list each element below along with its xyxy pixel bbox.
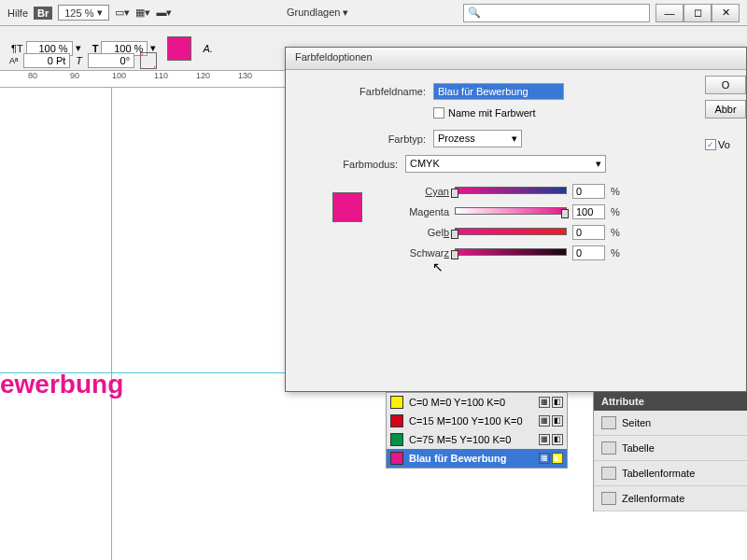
yellow-value-field[interactable]: 0 — [572, 225, 605, 240]
table-icon — [601, 441, 616, 455]
magenta-slider[interactable] — [455, 207, 567, 217]
view-icon-2[interactable]: ▦▾ — [135, 7, 150, 19]
swatch-row[interactable]: C=15 M=100 Y=100 K=0▦◧ — [387, 412, 567, 430]
search-input[interactable]: 🔍 — [463, 4, 650, 22]
cyan-value-field[interactable]: 0 — [572, 184, 605, 199]
fill-swatch[interactable] — [167, 36, 191, 61]
swatch-name-field[interactable]: Blau für Bewerbung — [433, 83, 564, 100]
cellformat-icon — [601, 492, 616, 505]
pages-icon — [601, 416, 616, 429]
swatch-options-dialog: Farbfeldoptionen Farbfeldname: Blau für … — [285, 47, 747, 392]
swatch-row[interactable]: C=0 M=0 Y=100 K=0▦◧ — [387, 393, 567, 412]
color-type-label: Farbtyp: — [332, 133, 426, 145]
swatch-row-selected[interactable]: Blau für Bewerbung▦◧ — [387, 449, 567, 468]
swatches-panel: C=0 M=0 Y=100 K=0▦◧ C=15 M=100 Y=100 K=0… — [386, 392, 568, 469]
magenta-label: Magenta — [398, 206, 449, 217]
panel-item-table[interactable]: Tabelle — [594, 436, 747, 461]
panel-header-attribute[interactable]: Attribute — [594, 392, 747, 411]
view-icon-1[interactable]: ▭▾ — [115, 7, 130, 19]
help-menu[interactable]: Hilfe — [7, 7, 28, 19]
cancel-button[interactable]: Abbr — [705, 100, 746, 119]
yellow-slider[interactable] — [455, 228, 567, 237]
black-value-field[interactable]: 0 — [572, 245, 605, 260]
preview-checkbox[interactable]: ✓ — [705, 139, 716, 150]
color-type-select[interactable]: Prozess▾ — [433, 130, 522, 147]
workspace-switcher[interactable]: Grundlagen ▾ — [287, 7, 349, 19]
magenta-value-field[interactable]: 100 — [572, 204, 605, 219]
color-mode-label: Farbmodus: — [332, 159, 398, 170]
side-panels: Attribute Seiten Tabelle Tabellenformate… — [593, 392, 747, 511]
dialog-title: Farbfeldoptionen — [286, 48, 746, 70]
ok-button[interactable]: O — [705, 76, 746, 94]
yellow-label: Gelb — [398, 227, 449, 238]
maximize-button[interactable]: ◻ — [684, 4, 712, 22]
swatch-row[interactable]: C=75 M=5 Y=100 K=0▦◧ — [387, 430, 567, 449]
cyan-slider[interactable] — [455, 187, 567, 196]
swatch-name-label: Farbfeldname: — [332, 86, 426, 97]
zoom-field[interactable]: 125 %▾ — [58, 5, 109, 21]
panel-item-pages[interactable]: Seiten — [594, 411, 747, 436]
close-button[interactable]: ✕ — [712, 4, 740, 22]
minimize-button[interactable]: — — [655, 4, 684, 22]
skew-icon: T — [76, 55, 82, 66]
text-frame-content[interactable]: ewerbung — [0, 370, 123, 399]
panel-item-tableformats[interactable]: Tabellenformate — [594, 461, 747, 486]
top-menubar: Hilfe Br 125 %▾ ▭▾ ▦▾ ▬▾ Grundlagen ▾ 🔍 … — [0, 0, 747, 26]
cyan-label: Cyan — [398, 186, 449, 197]
panel-item-cellformats[interactable]: Zellenformate — [594, 486, 747, 511]
skew-field[interactable]: 0° — [88, 53, 134, 68]
bridge-icon[interactable]: Br — [34, 7, 52, 20]
name-with-color-checkbox[interactable]: Name mit Farbwert — [433, 107, 727, 119]
view-icon-3[interactable]: ▬▾ — [156, 7, 172, 19]
color-preview-swatch — [332, 192, 362, 222]
black-slider[interactable] — [455, 248, 567, 258]
char-style-icon[interactable]: A. — [203, 43, 212, 54]
black-label: Schwarz — [398, 247, 449, 259]
baseline-field[interactable]: 0 Pt — [23, 53, 70, 68]
stroke-swatch[interactable] — [140, 52, 157, 69]
color-mode-select[interactable]: CMYK▾ — [405, 155, 606, 173]
baseline-icon: Aª — [9, 56, 18, 65]
tableformat-icon — [601, 467, 616, 480]
